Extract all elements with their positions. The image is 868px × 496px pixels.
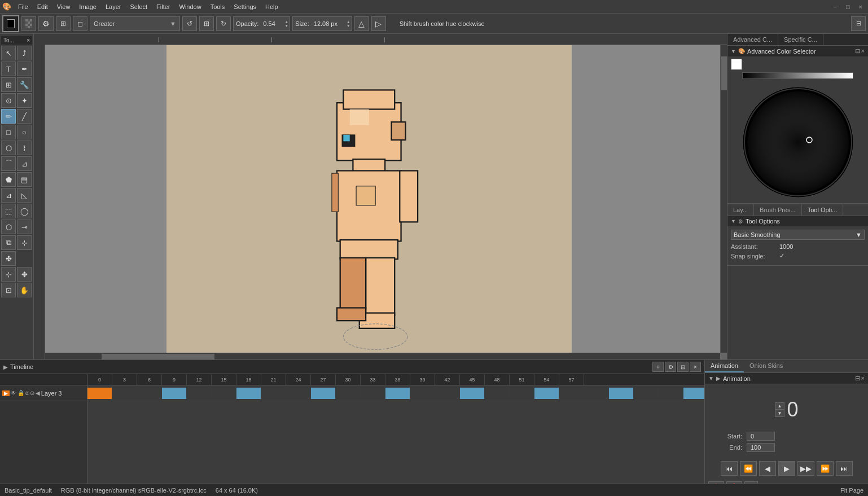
reset-brush-btn[interactable]: ↺ xyxy=(182,16,197,31)
color-wheel[interactable] xyxy=(742,86,854,199)
line-btn[interactable]: ╱ xyxy=(17,109,32,124)
frame-23[interactable] xyxy=(659,388,683,399)
frame-4[interactable] xyxy=(187,388,212,399)
anim-close-btn[interactable]: × xyxy=(861,375,865,382)
flip-h-btn[interactable]: △ xyxy=(354,16,369,31)
anim-detach-btn[interactable]: ⊟ xyxy=(855,375,860,382)
anim-tab-onion[interactable]: Onion Skins xyxy=(744,360,788,372)
fit-page-status[interactable]: Fit Page xyxy=(840,487,863,494)
freehand-brush-btn[interactable]: ✏ xyxy=(1,109,16,124)
polyline-btn[interactable]: ⌇ xyxy=(17,141,32,155)
next-frame-btn[interactable]: ▶▶ xyxy=(797,461,814,476)
move-btn[interactable]: ✥ xyxy=(17,267,32,282)
crop-btn[interactable]: ⊡ xyxy=(1,283,16,297)
reload-btn[interactable]: ↻ xyxy=(216,16,231,31)
prev-keyframe-btn[interactable]: ⏪ xyxy=(740,461,757,476)
layer-eye-btn[interactable]: 👁 xyxy=(11,390,16,396)
layer-inherit-btn[interactable]: ⊙ xyxy=(30,390,34,396)
menu-edit[interactable]: Edit xyxy=(33,2,52,11)
cursor-tool-btn[interactable]: ↖ xyxy=(1,46,16,60)
brush-preset-display[interactable]: Greater ▼ xyxy=(90,16,180,31)
grayscale-bar[interactable] xyxy=(742,72,853,79)
play-btn[interactable]: ▶ xyxy=(778,461,795,476)
frame-24[interactable] xyxy=(683,388,704,399)
measure-btn[interactable]: ◺ xyxy=(17,188,32,203)
polygon-btn[interactable]: ⬡ xyxy=(1,141,16,155)
menu-layer[interactable]: Layer xyxy=(101,2,126,11)
size-up-btn[interactable]: ▲ xyxy=(345,20,352,24)
first-frame-btn[interactable]: ⏮ xyxy=(721,461,738,476)
rect-select-btn[interactable]: ⬚ xyxy=(1,204,16,218)
timeline-frames-container[interactable]: 0 3 6 9 12 15 18 21 24 27 30 33 36 39 42… xyxy=(87,374,704,484)
scrollbar-vertical[interactable] xyxy=(720,45,727,353)
color-settings-btn[interactable]: ⚙ xyxy=(38,16,54,31)
white-swatch[interactable] xyxy=(731,59,742,70)
contiguous-select-btn[interactable]: ⧉ xyxy=(1,235,16,250)
menu-filter[interactable]: Filter xyxy=(152,2,174,11)
colorpick-btn[interactable]: ⊿ xyxy=(1,188,16,203)
ellipse-select-btn[interactable]: ◯ xyxy=(17,204,32,218)
menu-file[interactable]: File xyxy=(14,2,33,11)
frame-5[interactable] xyxy=(212,388,236,399)
brush-presets-btn[interactable]: ⊞ xyxy=(56,16,71,31)
frame-21[interactable] xyxy=(609,388,634,399)
frame-16[interactable] xyxy=(485,388,510,399)
color-selector-close-btn[interactable]: × xyxy=(861,47,865,55)
ellipse-btn[interactable]: ○ xyxy=(17,125,32,139)
opacity-up-btn[interactable]: ▲ xyxy=(283,20,290,24)
frame-2[interactable] xyxy=(137,388,162,399)
transform-btn[interactable]: ⊹ xyxy=(1,267,16,282)
tab-advanced-color[interactable]: Advanced C... xyxy=(727,34,778,45)
pan-btn[interactable]: ✋ xyxy=(17,283,32,297)
calligraphy-btn[interactable]: ✒ xyxy=(17,62,32,76)
frame-12[interactable] xyxy=(385,388,410,399)
rect-btn[interactable]: □ xyxy=(1,125,16,139)
menu-settings[interactable]: Settings xyxy=(229,2,261,11)
frame-8[interactable] xyxy=(286,388,311,399)
scrollbar-h-thumb[interactable] xyxy=(102,354,214,359)
menu-help[interactable]: Help xyxy=(261,2,283,11)
size-input[interactable] xyxy=(312,20,345,27)
timeline-add-btn[interactable]: + xyxy=(652,362,664,372)
frame-19[interactable] xyxy=(559,388,584,399)
path-btn[interactable]: ⊿ xyxy=(17,156,32,171)
layer-collapse-btn[interactable]: ◀ xyxy=(36,390,40,396)
frame-7[interactable] xyxy=(261,388,286,399)
flip-v-btn[interactable]: ▷ xyxy=(371,16,386,31)
opacity-down-btn[interactable]: ▼ xyxy=(283,24,290,28)
frame-17[interactable] xyxy=(510,388,534,399)
frame-counter-down-btn[interactable]: ▼ xyxy=(775,410,785,417)
window-minimize-btn[interactable]: − xyxy=(830,2,840,11)
freehand-select-btn[interactable]: ⤴ xyxy=(17,46,32,60)
multibrush-btn[interactable]: ⊞ xyxy=(1,77,16,92)
timeline-settings-btn[interactable]: ⚙ xyxy=(665,362,676,372)
frame-9[interactable] xyxy=(311,388,336,399)
canvas-wrapper[interactable] xyxy=(45,45,727,359)
anim-section-header[interactable]: ▼ ▶ Animation ⊟ × xyxy=(705,373,868,384)
frame-1[interactable] xyxy=(112,388,137,399)
foreground-color-btn[interactable] xyxy=(2,15,19,32)
color-selector-header[interactable]: ▼ 🎨 Advanced Color Selector ⊟ × xyxy=(727,46,868,56)
frame-10[interactable] xyxy=(336,388,361,399)
layer-alpha-btn[interactable]: α xyxy=(25,390,29,396)
clone-btn[interactable]: ⊙ xyxy=(1,93,16,108)
opacity-input[interactable] xyxy=(261,20,283,27)
menu-select[interactable]: Select xyxy=(125,2,152,11)
fill-btn[interactable]: ⬟ xyxy=(1,172,16,187)
tool-options-header[interactable]: ▼ ⚙ Tool Options xyxy=(727,216,868,226)
frame-13[interactable] xyxy=(410,388,435,399)
tab-brush-presets[interactable]: Brush Pres... xyxy=(754,204,802,216)
scrollbar-v-thumb[interactable] xyxy=(721,56,727,90)
mirror-h-btn[interactable]: ⊞ xyxy=(199,16,214,31)
anim-tab-animation[interactable]: Animation xyxy=(705,360,744,372)
frame-3[interactable] xyxy=(162,388,187,399)
opacity-spinner[interactable]: ▲ ▼ xyxy=(283,20,290,28)
frame-22[interactable] xyxy=(634,388,659,399)
bezier-btn[interactable]: ⌒ xyxy=(1,156,16,171)
last-frame-btn[interactable]: ⏭ xyxy=(836,461,853,476)
menu-view[interactable]: View xyxy=(52,2,75,11)
frame-6[interactable] xyxy=(236,388,261,399)
next-keyframe-btn[interactable]: ⏩ xyxy=(817,461,834,476)
frame-counter-up-btn[interactable]: ▲ xyxy=(775,402,785,410)
layer-lock-btn[interactable]: 🔒 xyxy=(17,390,24,396)
